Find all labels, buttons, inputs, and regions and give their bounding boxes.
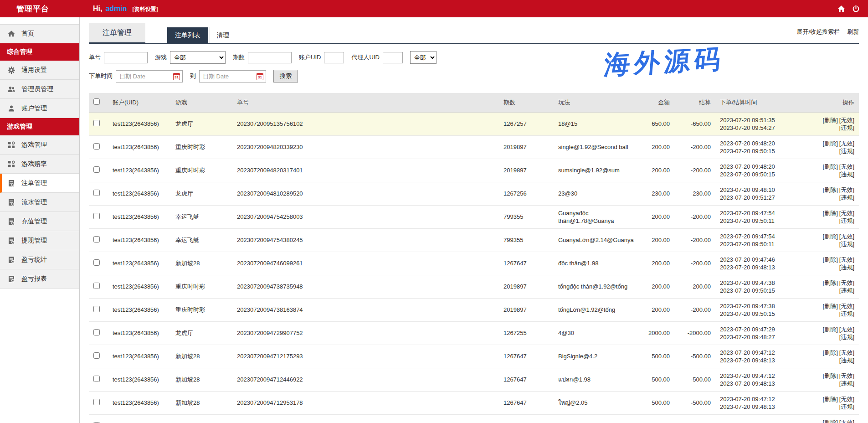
sidebar-item[interactable]: 充值管理 (0, 212, 79, 231)
violation-link[interactable]: [违规] (839, 357, 854, 364)
sidebar-section-header[interactable]: 游戏管理 (0, 118, 79, 135)
delete-link[interactable]: [删除] (823, 372, 838, 379)
delete-link[interactable]: [删除] (823, 233, 838, 240)
time-cell: 2023-07-20 09:47:462023-07-20 09:48:13 (715, 252, 802, 275)
invalid-link[interactable]: [无效] (839, 117, 854, 124)
row-checkbox[interactable] (93, 329, 100, 335)
delete-link[interactable]: [删除] (823, 396, 838, 402)
row-checkbox[interactable] (93, 213, 100, 219)
receipt-icon (8, 199, 15, 206)
search-button[interactable]: 搜索 (273, 70, 298, 83)
delete-link[interactable]: [删除] (823, 140, 838, 147)
refresh-link[interactable]: 刷新 (847, 28, 859, 36)
game-select[interactable]: 全部 (170, 51, 226, 64)
invalid-link[interactable]: [无效] (839, 396, 854, 402)
sidebar-section-header[interactable]: 综合管理 (0, 43, 79, 61)
invalid-link[interactable]: [无效] (839, 256, 854, 263)
violation-link[interactable]: [违规] (839, 310, 854, 317)
sidebar-item[interactable]: 游戏赔率 (0, 155, 79, 174)
violation-link[interactable]: [违规] (839, 241, 854, 248)
time-cell: 2023-07-20 09:47:542023-07-20 09:50:11 (715, 205, 802, 228)
delete-link[interactable]: [删除] (823, 163, 838, 170)
sidebar-item[interactable]: 通用设置 (0, 61, 79, 80)
violation-link[interactable]: [违规] (839, 124, 854, 131)
sidebar-item[interactable]: 账户管理 (0, 99, 79, 118)
delete-link[interactable]: [删除] (823, 303, 838, 310)
invalid-link[interactable]: [无效] (839, 140, 854, 147)
row-checkbox[interactable] (93, 259, 100, 266)
sidebar-item[interactable]: 首页 (0, 24, 79, 43)
agent-uid-input[interactable] (383, 52, 403, 63)
delete-link[interactable]: [删除] (823, 349, 838, 356)
row-checkbox[interactable] (93, 236, 100, 242)
row-checkbox[interactable] (93, 143, 100, 150)
delete-link[interactable]: [删除] (823, 256, 838, 263)
select-all-checkbox[interactable] (93, 98, 100, 105)
violation-link[interactable]: [违规] (839, 403, 854, 410)
home-icon[interactable] (837, 5, 845, 13)
invalid-link[interactable]: [无效] (839, 372, 854, 379)
order-no-input[interactable] (104, 52, 148, 63)
invalid-link[interactable]: [无效] (839, 303, 854, 310)
invalid-link[interactable]: [无效] (839, 163, 854, 170)
sidebar-item[interactable]: 盈亏报表 (0, 269, 79, 289)
violation-link[interactable]: [违规] (839, 334, 854, 340)
sidebar-item-label: 管理员管理 (21, 85, 53, 93)
period-input[interactable] (248, 52, 292, 63)
delete-link[interactable]: [删除] (823, 419, 838, 423)
row-checkbox[interactable] (93, 376, 100, 382)
sidebar-item[interactable]: 管理员管理 (0, 80, 79, 99)
date-to-input[interactable] (199, 70, 266, 83)
row-checkbox[interactable] (93, 283, 100, 289)
invalid-link[interactable]: [无效] (839, 186, 854, 193)
row-checkbox[interactable] (93, 399, 100, 405)
power-icon[interactable] (852, 5, 860, 13)
status-select[interactable]: 全部 (410, 51, 437, 64)
violation-link[interactable]: [违规] (839, 217, 854, 224)
violation-link[interactable]: [违规] (839, 194, 854, 201)
actions-cell: [删除][无效][违规] (802, 159, 859, 182)
invalid-link[interactable]: [无效] (839, 419, 854, 423)
sidebar-item[interactable]: 流水管理 (0, 193, 79, 212)
tab-order-list[interactable]: 注单列表 (167, 27, 208, 43)
violation-link[interactable]: [违规] (839, 148, 854, 155)
account-uid-input[interactable] (324, 52, 344, 63)
delete-link[interactable]: [删除] (823, 279, 838, 286)
delete-link[interactable]: [删除] (823, 210, 838, 217)
sidebar-item[interactable]: 注单管理 (0, 174, 79, 193)
delete-link[interactable]: [删除] (823, 117, 838, 124)
invalid-link[interactable]: [无效] (839, 210, 854, 217)
toggle-search-link[interactable]: 展开/收起搜索栏 (796, 28, 840, 36)
amount-cell: 500.00 (636, 345, 674, 368)
row-checkbox[interactable] (93, 190, 100, 196)
date-from-input[interactable] (116, 70, 183, 83)
violation-link[interactable]: [违规] (839, 171, 854, 178)
row-checkbox[interactable] (93, 306, 100, 312)
delete-link[interactable]: [删除] (823, 326, 838, 333)
calendar-icon[interactable]: 31 (257, 73, 263, 80)
delete-link[interactable]: [删除] (823, 186, 838, 193)
violation-link[interactable]: [违规] (839, 287, 854, 294)
period-cell: 799355 (499, 414, 554, 423)
invalid-link[interactable]: [无效] (839, 279, 854, 286)
row-checkbox[interactable] (93, 166, 100, 173)
invalid-link[interactable]: [无效] (839, 233, 854, 240)
sidebar-item[interactable]: 游戏管理 (0, 135, 79, 155)
row-checkbox[interactable] (93, 352, 100, 359)
row-checkbox[interactable] (93, 120, 100, 126)
violation-link[interactable]: [违规] (839, 264, 854, 271)
violation-link[interactable]: [违规] (839, 380, 854, 387)
invalid-link[interactable]: [无效] (839, 326, 854, 333)
sidebar-item[interactable]: 提现管理 (0, 231, 79, 250)
topbar-actions (837, 5, 860, 13)
invalid-link[interactable]: [无效] (839, 349, 854, 356)
profile-settings-link[interactable]: [资料设置] (133, 5, 158, 13)
game-cell: 重庆时时彩 (171, 298, 232, 321)
play-cell: แปลก@1.98 (554, 368, 636, 391)
calendar-icon[interactable]: 31 (173, 73, 180, 80)
order-no-label: 单号 (89, 53, 101, 62)
game-label: 游戏 (155, 53, 167, 62)
amount-cell: 500.00 (636, 368, 674, 391)
tab-cleanup[interactable]: 清理 (210, 27, 237, 43)
sidebar-item[interactable]: 盈亏统计 (0, 250, 79, 269)
